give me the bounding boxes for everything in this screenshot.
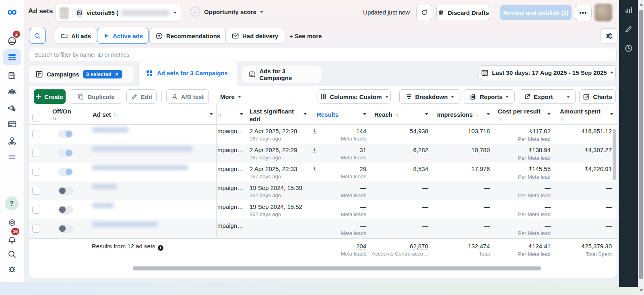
breakdown-button[interactable]: Breakdown xyxy=(399,89,460,104)
info-icon[interactable]: i xyxy=(158,245,163,251)
bar-chart-icon[interactable] xyxy=(624,6,633,14)
ad-set-name-redacted[interactable] xyxy=(92,146,193,151)
date-range-selector[interactable]: Last 30 days: 17 Aug 2025 - 15 Sep 2025 xyxy=(479,65,616,80)
ad-set-name-redacted[interactable] xyxy=(92,222,158,227)
off-on-toggle[interactable] xyxy=(58,187,73,195)
chevron-down-icon[interactable] xyxy=(610,113,613,115)
refresh-button[interactable] xyxy=(416,5,432,20)
chevron-down-icon[interactable] xyxy=(240,113,243,115)
chevron-down-icon[interactable] xyxy=(363,113,366,115)
filter-active-ads[interactable]: Active ads xyxy=(97,28,149,44)
page-scrollbar[interactable] xyxy=(638,0,644,295)
opportunity-score[interactable]: -- Opportunity score xyxy=(190,6,263,17)
filters-settings-button[interactable] xyxy=(601,28,617,43)
download-icon[interactable] xyxy=(312,147,318,153)
header-impressions[interactable]: Impressions ↑↓ xyxy=(431,104,493,124)
download-icon[interactable] xyxy=(312,128,318,134)
filter-all-ads[interactable]: All ads xyxy=(55,28,97,44)
scrollbar-thumb[interactable] xyxy=(639,10,643,279)
export-dropdown-button[interactable] xyxy=(561,90,575,103)
duplicate-button[interactable]: Duplicate xyxy=(70,89,122,104)
more-options-button[interactable]: ••• xyxy=(575,5,592,20)
chevron-down-icon[interactable] xyxy=(210,113,213,115)
more-actions-button[interactable]: More xyxy=(215,89,246,104)
ad-set-name-redacted[interactable] xyxy=(92,203,114,208)
row-checkbox[interactable] xyxy=(32,130,40,138)
sidebar-item-all-tools[interactable] xyxy=(3,149,21,165)
sidebar-item-assets[interactable] xyxy=(3,133,21,149)
select-all-checkbox[interactable] xyxy=(32,114,40,122)
header-cost-per-result[interactable]: Cost per result ↑↓ xyxy=(493,104,554,124)
filter-recommendations[interactable]: Recommendations xyxy=(149,28,226,44)
sort-icon[interactable]: ↑↓ xyxy=(52,115,88,121)
sidebar-item-pages[interactable] xyxy=(3,68,21,84)
sort-icon[interactable]: ↑↓ xyxy=(475,111,478,118)
header-reach[interactable]: Reach ↑↓ xyxy=(369,104,431,124)
sort-desc-icon[interactable]: ↓ xyxy=(341,111,343,118)
sort-icon[interactable]: ↑↓ xyxy=(217,111,221,118)
export-button[interactable]: Export xyxy=(519,90,558,103)
row-checkbox[interactable] xyxy=(32,168,40,176)
row-checkbox[interactable] xyxy=(32,149,40,157)
row-checkbox[interactable] xyxy=(32,187,40,195)
account-selector[interactable]: victoria55 ( xyxy=(55,4,181,22)
chevron-down-icon[interactable] xyxy=(487,113,490,115)
header-results[interactable]: Results ↓ xyxy=(310,104,369,124)
row-checkbox[interactable] xyxy=(32,225,40,233)
table-search-input[interactable] xyxy=(29,48,617,61)
clock-icon[interactable] xyxy=(624,44,633,53)
header-ad-set[interactable]: Ad set ↑↓ xyxy=(88,104,217,124)
header-campaign-partial[interactable]: ↑↓ xyxy=(217,104,246,124)
sidebar-item-ads-tools[interactable] xyxy=(3,100,21,116)
scroll-down-arrow-icon[interactable] xyxy=(640,289,643,292)
download-icon[interactable] xyxy=(312,166,318,172)
scroll-up-arrow-icon[interactable] xyxy=(640,3,643,6)
ad-set-name-redacted[interactable] xyxy=(92,165,188,170)
help-button[interactable]: ? xyxy=(5,197,19,210)
sidebar-item-settings[interactable] xyxy=(3,215,21,231)
horizontal-scrollbar[interactable] xyxy=(133,266,541,270)
pencil-icon[interactable] xyxy=(624,25,633,33)
meta-logo-icon[interactable]: ∞ xyxy=(3,5,21,19)
sidebar-item-search[interactable] xyxy=(3,246,21,262)
ad-set-name-redacted[interactable] xyxy=(92,127,129,132)
sidebar-item-campaigns[interactable] xyxy=(3,49,21,65)
sidebar-item-report-bug[interactable] xyxy=(3,261,21,277)
tab-campaigns[interactable]: Campaigns 3 selected ✕ xyxy=(29,66,134,83)
charts-button[interactable]: Charts xyxy=(579,89,616,104)
avatar[interactable] xyxy=(594,4,612,21)
sort-icon[interactable]: ↑↓ xyxy=(498,116,554,122)
sidebar-item-notifications[interactable] xyxy=(3,232,21,248)
row-checkbox[interactable] xyxy=(32,206,40,214)
chevron-down-icon[interactable] xyxy=(425,113,428,115)
search-filter-button[interactable] xyxy=(29,28,46,44)
sort-icon[interactable]: ↑↓ xyxy=(560,116,617,122)
header-amount-spent[interactable]: Amount spent ↑↓ xyxy=(554,104,617,124)
chevron-down-icon[interactable] xyxy=(547,113,551,115)
reports-button[interactable]: Reports xyxy=(464,89,515,104)
off-on-toggle[interactable] xyxy=(58,206,73,214)
filter-see-more[interactable]: + See more xyxy=(284,28,327,44)
sidebar-item-billing[interactable] xyxy=(3,116,21,132)
ab-test-button[interactable]: A/B test xyxy=(166,89,209,104)
sort-icon[interactable]: ↑↓ xyxy=(394,111,398,118)
create-button[interactable]: Create xyxy=(34,89,66,104)
campaigns-selected-badge[interactable]: 3 selected ✕ xyxy=(83,70,122,78)
header-off-on[interactable]: Off/On ↑↓ xyxy=(48,104,88,124)
off-on-toggle[interactable] xyxy=(58,149,73,157)
review-publish-button[interactable]: Review and publish (2) xyxy=(500,5,572,20)
discard-drafts-button[interactable]: Discard Drafts xyxy=(436,5,490,20)
chevron-down-icon[interactable] xyxy=(303,113,307,115)
ad-set-name-redacted[interactable] xyxy=(92,184,118,189)
tab-ads[interactable]: Ads for 3 Campaigns xyxy=(242,66,321,83)
edit-button[interactable]: Edit xyxy=(126,89,157,104)
sidebar-item-audiences[interactable] xyxy=(3,84,21,100)
table-vertical-scrollbar[interactable] xyxy=(613,129,616,180)
columns-button[interactable]: Columns: Custom xyxy=(318,89,391,104)
tab-ad-sets[interactable]: Ad sets for 3 Campaigns xyxy=(139,60,237,86)
off-on-toggle[interactable] xyxy=(58,130,73,138)
close-icon[interactable]: ✕ xyxy=(115,71,119,77)
off-on-toggle[interactable] xyxy=(58,168,73,176)
sort-icon[interactable]: ↑↓ xyxy=(113,111,117,118)
filter-had-delivery[interactable]: Had delivery xyxy=(225,28,284,44)
